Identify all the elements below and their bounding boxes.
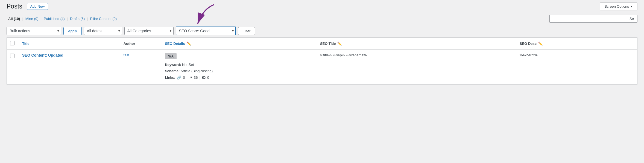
link-icon-images: 🖼 [202,74,206,81]
table-row: SEO Content: Updated test N/A Keyword: N… [7,50,637,84]
seo-meta: Keyword: Not Set Schema: Article (BlogPo… [165,62,311,81]
seo-schema-row: Schema: Article (BlogPosting) [165,68,311,74]
all-categories-wrapper: All Categories [124,27,174,35]
seo-title-edit-icon[interactable]: ✏️ [337,42,342,46]
post-author-cell: test [119,50,160,84]
bulk-actions-wrapper: Bulk actions [7,27,61,35]
seo-desc-edit-icon[interactable]: ✏️ [538,42,543,46]
sub-nav-sep-4: | [87,17,88,21]
all-categories-select[interactable]: All Categories [124,27,174,35]
seo-links-row: Links: 🔗 0 | ↗ 36 | 🖼 0 [165,74,311,81]
seo-score-badge: N/A [165,53,176,59]
sub-nav-sep-3: | [67,17,68,21]
posts-table: Title Author SEO Details ✏️ [7,38,637,84]
header-left: Posts Add New [7,2,48,11]
author-link[interactable]: test [124,53,129,57]
sub-nav-all[interactable]: All (10) [7,17,22,21]
seo-title-col-header: SEO Title ✏️ [316,38,515,50]
seo-details-edit-icon[interactable]: ✏️ [187,42,191,46]
header-bar: Posts Add New Screen Options ▼ [0,0,644,13]
sub-nav-sep-1: | [22,17,23,21]
screen-options-arrow-icon: ▼ [630,5,633,8]
seo-keyword-row: Keyword: Not Set [165,62,311,68]
search-input[interactable] [549,15,626,23]
seo-score-container: SEO Score: Good [176,27,236,35]
top-right-area: Screen Options ▼ [600,2,637,10]
all-dates-select[interactable]: All dates [84,27,122,35]
seo-score-wrapper: SEO Score: Good [176,27,236,35]
seo-desc-col-header: SEO Desc ✏️ [515,38,637,50]
sub-nav: All (10) | Mine (9) | Published (4) | Dr… [7,17,118,21]
filter-button[interactable]: Filter [238,27,255,35]
post-title-link[interactable]: SEO Content: Updated [22,53,63,57]
add-new-button[interactable]: Add New [27,3,48,10]
filter-bar: Bulk actions Apply All dates All Categor… [0,24,644,37]
seo-details-col-header: SEO Details ✏️ [160,38,316,50]
select-all-checkbox[interactable] [10,41,14,45]
search-button[interactable]: Se [626,15,637,23]
page-wrapper: Posts Add New Screen Options ▼ All (10) … [0,0,644,85]
seo-desc-cell: %excerpt% [515,50,637,84]
page-title: Posts [7,2,22,11]
link-icon-internal: 🔗 [177,74,181,81]
title-col-header: Title [18,38,119,50]
sub-nav-published[interactable]: Published (4) [42,17,66,21]
select-all-col [7,38,18,50]
table-wrapper: Title Author SEO Details ✏️ [7,37,637,85]
seo-title-cell: %title% %sep% %sitename% [316,50,515,84]
post-title-cell: SEO Content: Updated [18,50,119,84]
seo-details-cell: N/A Keyword: Not Set Schema: Article (Bl… [160,50,316,84]
seo-score-select[interactable]: SEO Score: Good [176,27,236,35]
bulk-actions-select[interactable]: Bulk actions [7,27,61,35]
search-area: Se [549,15,637,23]
author-col-header: Author [119,38,160,50]
title-sort-link[interactable]: Title [22,42,115,46]
screen-options-button[interactable]: Screen Options ▼ [600,2,637,10]
table-header-row: Title Author SEO Details ✏️ [7,38,637,50]
sub-nav-mine[interactable]: Mine (9) [24,17,40,21]
seo-details-link[interactable]: SEO Details [165,42,185,46]
apply-button[interactable]: Apply [63,27,82,35]
screen-options-label: Screen Options [604,4,629,8]
sub-nav-sep-2: | [41,17,42,21]
row-checkbox[interactable] [10,54,14,58]
all-dates-wrapper: All dates [84,27,122,35]
link-icon-external: ↗ [189,74,192,81]
row-checkbox-cell [7,50,18,84]
sub-nav-pillar[interactable]: Pillar Content (0) [89,17,119,21]
sub-nav-drafts[interactable]: Drafts (6) [68,17,86,21]
